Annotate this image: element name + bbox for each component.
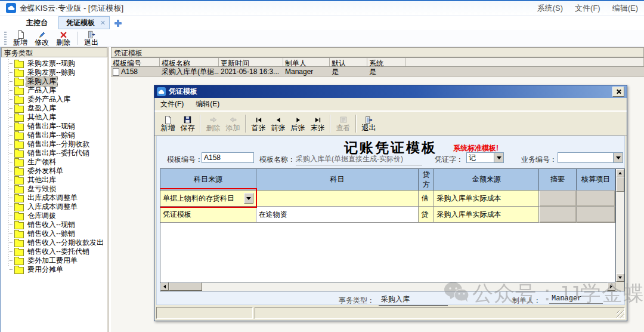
scroll-down-icon[interactable] — [616, 273, 624, 282]
list-header-cell[interactable]: 更新时间 — [219, 58, 283, 66]
sidebar-item[interactable]: 销售出库--现销 — [3, 122, 107, 131]
dialog-menu-0[interactable]: 文件(F) — [160, 99, 184, 109]
sidebar-item[interactable]: 委外加工费用单 — [3, 256, 107, 265]
main-new-button[interactable]: 新增 — [10, 30, 31, 47]
vertical-scroll-thumb[interactable] — [616, 177, 624, 192]
exit-door-icon — [364, 116, 373, 124]
sidebar-item[interactable]: 销售收入--委托代销 — [3, 247, 107, 256]
dialog-titlebar[interactable]: 凭证模板 — [154, 85, 627, 98]
business-no-dropdown-icon[interactable] — [613, 153, 623, 162]
grid-cell[interactable] — [539, 207, 577, 223]
tab-主控台[interactable]: 主控台 — [19, 17, 55, 29]
grid-cell[interactable]: 借 — [419, 190, 434, 207]
grid-header-cell[interactable]: 科目 — [256, 169, 419, 190]
cell-dropdown-icon[interactable] — [244, 193, 253, 204]
grid-vertical-scrollbar[interactable] — [615, 169, 624, 282]
toolbar-separator — [77, 32, 78, 45]
sidebar-item[interactable]: 销售收入--现销 — [3, 220, 107, 229]
sidebar-item[interactable]: 销售出库--委托代销 — [3, 149, 107, 158]
horizontal-scroll-thumb[interactable] — [169, 282, 202, 291]
sidebar-item[interactable]: 采购入库 — [3, 77, 107, 86]
sidebar-item[interactable]: 费用分摊单 — [3, 265, 107, 274]
sidebar-item[interactable]: 销售出库--赊销 — [3, 131, 107, 140]
grid-header-cell[interactable]: 摘要 — [539, 169, 577, 190]
grid-cell-text: 在途物资 — [259, 210, 287, 220]
dialog-menu-1[interactable]: 编辑(E) — [196, 99, 219, 109]
grid-cell[interactable] — [256, 190, 419, 207]
grid-cell[interactable]: 凭证模板 — [160, 207, 256, 223]
grid-header-cell[interactable]: 借贷方向 — [419, 169, 434, 190]
sidebar-item[interactable]: 入库成本调整单 — [3, 202, 107, 211]
sidebar-item[interactable]: 仓库调拨 — [3, 211, 107, 220]
grid-header-cell[interactable]: 金额来源 — [434, 169, 539, 190]
sidebar-item[interactable]: 其他入库 — [3, 113, 107, 122]
main-modify-button[interactable]: 修改 — [31, 30, 52, 47]
toolbar-drag-handle[interactable] — [4, 32, 7, 45]
new-doc-icon — [17, 30, 24, 39]
voucher-word-dropdown-icon[interactable] — [494, 153, 503, 162]
grid-header-cell[interactable]: 科目来源 — [160, 169, 256, 190]
grid-cell[interactable] — [577, 190, 615, 207]
sidebar-item[interactable]: 委外产品入库 — [3, 95, 107, 104]
sidebar-item[interactable]: 盘盈入库 — [3, 104, 107, 113]
grid-cell-text: 借 — [421, 193, 428, 204]
table-row[interactable]: A158采购入库单(单据...2021-05-18 16:3...Manager… — [111, 67, 644, 77]
grid-cell[interactable] — [539, 190, 577, 207]
grid-cell[interactable]: 单据上物料的存货科目 — [160, 190, 256, 207]
dialog-first-button[interactable]: 首张 — [249, 113, 268, 134]
app-menu-1[interactable]: 文件(F) — [575, 3, 600, 14]
list-header-cell[interactable]: 模板编号 — [111, 58, 160, 66]
sidebar-item[interactable]: 出库成本调整单 — [3, 193, 107, 202]
row-delete-icon — [209, 116, 218, 124]
dialog-next-button[interactable]: 后张 — [288, 113, 308, 134]
template-no-input[interactable] — [202, 152, 254, 163]
grid-header-cell[interactable]: 核算项目 — [577, 169, 615, 190]
dialog-save-button[interactable]: 保存 — [178, 113, 197, 134]
sidebar-item[interactable]: 产品入库 — [3, 86, 107, 95]
list-header-cell[interactable]: 模板名称 — [160, 58, 219, 66]
transaction-type-panel: 事务类型 采购发票--现购采购发票--赊购采购入库产品入库委外产品入库盘盈入库其… — [0, 47, 109, 332]
grid-horizontal-scrollbar[interactable] — [160, 282, 615, 291]
scroll-left-icon[interactable] — [160, 282, 169, 291]
statusbar-panel — [255, 307, 625, 319]
list-header-cell[interactable]: 系统 — [367, 58, 405, 66]
dialog-statusbar — [156, 307, 625, 319]
voucher-word-select[interactable]: 记 — [466, 152, 504, 163]
add-tab-icon[interactable] — [113, 19, 122, 27]
scroll-up-icon[interactable] — [616, 169, 624, 177]
sidebar-item[interactable]: 销售收入--赊销 — [3, 229, 107, 238]
scroll-right-icon[interactable] — [607, 282, 615, 291]
main-exit-button[interactable]: 退出 — [80, 30, 102, 47]
sidebar-item[interactable]: 采购发票--现购 — [3, 59, 107, 68]
dialog-prev-button[interactable]: 前张 — [268, 113, 288, 134]
dialog-close-button[interactable] — [612, 87, 624, 97]
dialog-exit-button[interactable]: 退出 — [359, 113, 379, 134]
app-menu-2[interactable]: 编辑(E) — [612, 3, 638, 14]
list-header-cell[interactable]: 制单人 — [283, 58, 330, 66]
main-delete-button[interactable]: 删除 — [52, 30, 74, 47]
grid-cell[interactable]: 采购入库单实际成本 — [434, 190, 539, 207]
list-header-cell[interactable]: 默认 — [330, 58, 367, 66]
sidebar-item[interactable]: 销售出库--分期收款 — [3, 140, 107, 149]
dialog-last-button[interactable]: 末张 — [308, 113, 327, 134]
grid-cell[interactable]: 在途物资 — [256, 207, 419, 223]
toolbar-button-label: 新增 — [161, 124, 175, 131]
sidebar-item[interactable]: 生产领料 — [3, 158, 107, 167]
tab-close-icon[interactable] — [98, 19, 107, 27]
sidebar-item[interactable]: 采购发票--赊购 — [3, 68, 107, 77]
grid-cell[interactable]: 贷 — [419, 207, 434, 223]
grid-cell-text: 采购入库单实际成本 — [436, 210, 501, 220]
sidebar-item[interactable]: 盘亏毁损 — [3, 185, 107, 193]
sidebar-item[interactable]: 委外发料单 — [3, 167, 107, 176]
sidebar-item[interactable]: 其他出库 — [3, 176, 107, 185]
folder-icon — [14, 124, 24, 131]
business-no-select[interactable] — [558, 152, 623, 163]
grid-cell[interactable]: 采购入库单实际成本 — [434, 207, 539, 223]
app-menu-0[interactable]: 系统(S) — [537, 3, 563, 14]
tab-凭证模板[interactable]: 凭证模板 — [58, 16, 110, 29]
dialog-new-button[interactable]: 新增 — [158, 113, 178, 134]
grid-cell[interactable] — [577, 207, 615, 223]
list-header-filler — [405, 58, 644, 66]
resize-grip[interactable] — [617, 311, 624, 318]
sidebar-item[interactable]: 销售收入--分期收款发出 — [3, 238, 107, 247]
